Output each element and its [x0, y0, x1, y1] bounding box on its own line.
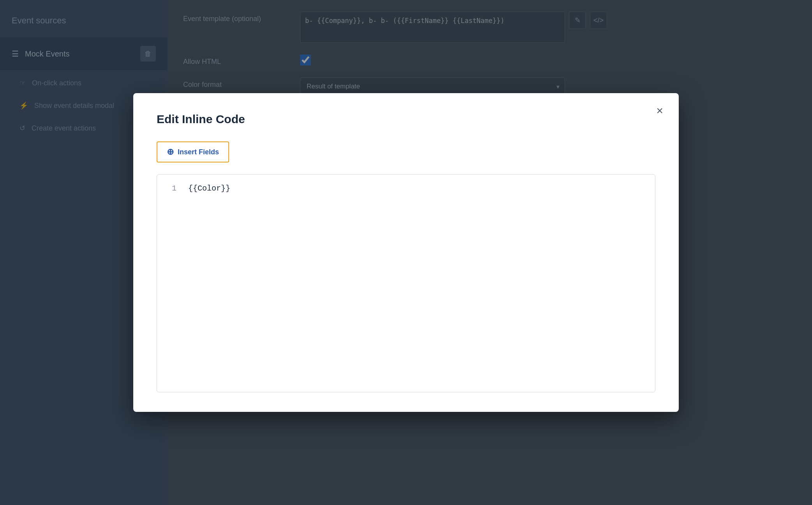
modal-title: Edit Inline Code	[157, 113, 655, 126]
edit-inline-code-modal: Edit Inline Code × ⊕ Insert Fields 1 {{C…	[133, 93, 679, 412]
modal-close-button[interactable]: ×	[656, 105, 663, 117]
code-content[interactable]: {{Color}}	[188, 182, 647, 384]
plus-circle-icon: ⊕	[167, 147, 174, 157]
line-numbers: 1	[165, 182, 177, 384]
modal-overlay: Edit Inline Code × ⊕ Insert Fields 1 {{C…	[0, 0, 812, 505]
insert-fields-label: Insert Fields	[178, 148, 219, 156]
code-editor[interactable]: 1 {{Color}}	[157, 174, 655, 392]
line-number-1: 1	[165, 182, 177, 195]
insert-fields-button[interactable]: ⊕ Insert Fields	[157, 141, 229, 162]
code-line-1: {{Color}}	[188, 182, 647, 195]
